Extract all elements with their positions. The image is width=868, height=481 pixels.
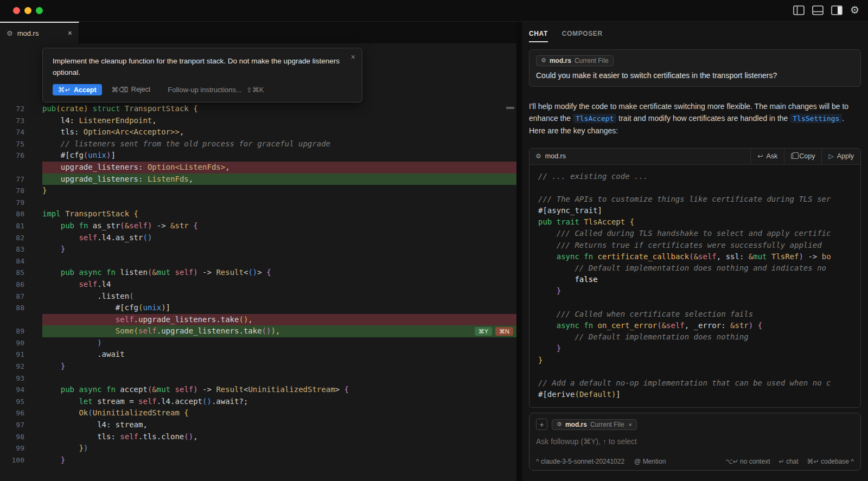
toggle-panel-bottom-icon[interactable]	[812, 5, 824, 15]
code-line[interactable]: #[async_trait]	[538, 205, 852, 216]
no-context-action[interactable]: ⌥↵ no context	[725, 458, 770, 465]
code-line[interactable]: 72pub(crate) struct TransportStack {	[0, 103, 516, 115]
code-line[interactable]: 87 .listen(	[0, 291, 516, 303]
code-line[interactable]: // Add a default no-op implementation th…	[538, 377, 852, 389]
input-footer: ^ claude-3-5-sonnet-20241022 @ Mention ⌥…	[536, 458, 854, 465]
reject-button[interactable]: ⌘⌫ Reject	[112, 86, 151, 94]
code-line[interactable]: 94 pub async fn accept(&mut self) -> Res…	[0, 384, 516, 396]
followup-instructions-button[interactable]: Follow-up instructions... ⇧⌘K	[168, 86, 264, 94]
line-number	[0, 162, 42, 174]
code-line[interactable]: 84	[0, 255, 516, 267]
copy-button[interactable]: Copy	[784, 148, 821, 164]
tab-close-icon[interactable]: ×	[68, 29, 72, 37]
code-line[interactable]: 75 // listeners sent from the old proces…	[0, 138, 516, 150]
add-context-button[interactable]: +	[536, 419, 547, 430]
code-block-content[interactable]: // ... existing code .../// The APIs to …	[529, 165, 860, 408]
chip-close-icon[interactable]: ×	[629, 421, 632, 428]
code-line[interactable]: 80impl TransportStack {	[0, 208, 516, 220]
code-line[interactable]: 97 l4: stream,	[0, 419, 516, 431]
code-line[interactable]: 98 tls: self.tls.clone(),	[0, 431, 516, 443]
code-line[interactable]: }	[538, 355, 852, 366]
codebase-action[interactable]: ⌘↵ codebase ^	[807, 458, 854, 465]
settings-gear-icon[interactable]: ⚙	[850, 5, 859, 16]
chip-filename: mod.rs	[565, 421, 587, 428]
line-number: 80	[0, 208, 42, 220]
accept-button[interactable]: ⌘↵ Accept	[53, 84, 102, 95]
apply-button[interactable]: ▷ Apply	[821, 148, 860, 164]
tab-mod-rs[interactable]: ⚙ mod.rs ×	[0, 22, 79, 43]
code-line[interactable]: #[derive(Default)]	[538, 389, 852, 400]
code-line[interactable]: async fn certificate_callback(&self, ssl…	[538, 251, 852, 262]
mention-button[interactable]: @ Mention	[634, 458, 666, 465]
code-line[interactable]: 95 let stream = self.l4.accept().await?;	[0, 396, 516, 408]
code-line[interactable]: 77 upgrade_listeners: ListenFds,	[0, 174, 516, 185]
code-line[interactable]: // ... existing code ...	[538, 171, 852, 182]
chat-code-block: ⚙ mod.rs ↩ Ask Copy ▷ Apply	[529, 148, 861, 408]
close-window-icon[interactable]	[13, 7, 20, 14]
apply-icon: ▷	[828, 152, 833, 160]
code-line[interactable]: 89 Some(self.upgrade_listeners.take()),⌘…	[0, 325, 516, 337]
code-line[interactable]: // Default implementation does nothing a…	[538, 262, 852, 274]
code-line[interactable]: 73 l4: ListenerEndpoint,	[0, 115, 516, 127]
code-line[interactable]: 86 self.l4	[0, 279, 516, 291]
code-line[interactable]: }	[538, 285, 852, 297]
code-line[interactable]: 88 #[cfg(unix)]	[0, 302, 516, 314]
code-line[interactable]: }	[538, 343, 852, 354]
line-number: 76	[0, 150, 42, 162]
code-line[interactable]: false	[538, 274, 852, 285]
line-number: 92	[0, 361, 42, 373]
code-line[interactable]: 96 Ok(UninitializedStream {	[0, 407, 516, 419]
minimize-window-icon[interactable]	[24, 7, 31, 14]
code-line[interactable]: 78}	[0, 185, 516, 197]
code-editor[interactable]: 72pub(crate) struct TransportStack {73 l…	[0, 43, 516, 481]
code-line[interactable]	[538, 297, 852, 309]
apply-label: Apply	[837, 152, 854, 160]
ask-icon: ↩	[757, 152, 763, 160]
diff-reject-shortcut-badge[interactable]: ⌘N	[495, 327, 513, 336]
line-number: 72	[0, 103, 42, 115]
code-line[interactable]: /// Called when certificate selection fa…	[538, 309, 852, 320]
code-line[interactable]: 82 self.l4.as_str()	[0, 232, 516, 244]
model-selector[interactable]: ^ claude-3-5-sonnet-20241022	[536, 458, 624, 465]
code-line[interactable]: 92 }	[0, 361, 516, 373]
code-line[interactable]: // Default implementation does nothing	[538, 331, 852, 343]
code-line[interactable]: 83 }	[0, 243, 516, 255]
code-line[interactable]: 74 tls: Option<Arc<Acceptor>>,	[0, 126, 516, 138]
accept-shortcut: ⌘↵	[58, 86, 71, 94]
code-line[interactable]: 91 .await	[0, 349, 516, 361]
code-line[interactable]: 90 )	[0, 337, 516, 349]
panel-divider[interactable]	[516, 22, 522, 481]
tab-composer[interactable]: COMPOSER	[562, 30, 603, 42]
code-line[interactable]: /// Called during TLS handshake to selec…	[538, 228, 852, 239]
diff-accept-shortcut-badge[interactable]: ⌘Y	[475, 327, 492, 336]
code-line[interactable]: upgrade_listeners: Option<ListenFds>,	[0, 162, 516, 174]
code-line[interactable]: pub trait TlsAccept {	[538, 216, 852, 228]
context-chip[interactable]: ⚙ mod.rs Current File	[536, 55, 614, 66]
dialog-close-icon[interactable]: ×	[351, 53, 355, 61]
code-line[interactable]: 76 #[cfg(unix)]	[0, 150, 516, 162]
chat-action[interactable]: ↵ chat	[778, 458, 798, 465]
code-line[interactable]: 79	[0, 197, 516, 209]
tab-label: mod.rs	[17, 29, 39, 37]
code-line[interactable]: 99 })	[0, 442, 516, 454]
code-line[interactable]	[538, 182, 852, 194]
code-line[interactable]: async fn on_cert_error(&self, _error: &s…	[538, 320, 852, 331]
code-line[interactable]	[538, 366, 852, 377]
line-number: 98	[0, 431, 42, 443]
code-line[interactable]: 85 pub async fn listen(&mut self) -> Res…	[0, 267, 516, 279]
code-line[interactable]: 93	[0, 373, 516, 384]
scrollbar-marker[interactable]	[506, 107, 514, 109]
chat-input[interactable]: + ⚙ mod.rs Current File × Ask followup (…	[529, 413, 861, 471]
code-line[interactable]: 81 pub fn as_str(&self) -> &str {	[0, 220, 516, 232]
ask-button[interactable]: ↩ Ask	[750, 148, 784, 164]
zoom-window-icon[interactable]	[36, 7, 43, 14]
tab-chat[interactable]: CHAT	[529, 30, 548, 42]
code-line[interactable]: 100 }	[0, 454, 516, 466]
code-line[interactable]: self.upgrade_listeners.take(),	[0, 314, 516, 326]
reject-label: Reject	[131, 86, 150, 94]
toggle-panel-left-icon[interactable]	[793, 5, 805, 15]
input-context-chip[interactable]: ⚙ mod.rs Current File ×	[552, 419, 637, 430]
toggle-panel-right-icon[interactable]	[831, 5, 843, 15]
code-line[interactable]: /// Returns true if certificates were su…	[538, 240, 852, 251]
code-line[interactable]: /// The APIs to customize things like ce…	[538, 194, 852, 205]
